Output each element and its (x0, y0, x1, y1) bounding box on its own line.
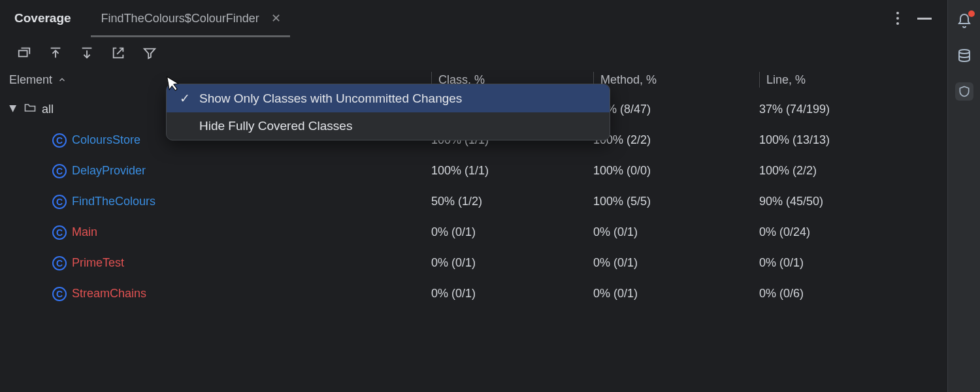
notifications-icon[interactable] (955, 12, 973, 30)
method-pct: 0% (0/1) (593, 256, 759, 270)
class-pct: 50% (1/2) (431, 195, 593, 208)
class-icon: C (52, 164, 67, 178)
svg-point-1 (959, 50, 970, 54)
sort-asc-icon (57, 75, 67, 84)
method-pct: 0% (0/1) (593, 287, 759, 301)
popup-show-uncommitted[interactable]: ✓ Show Only Classes with Uncommitted Cha… (167, 84, 610, 112)
root-line-pct: 37% (74/199) (759, 103, 947, 116)
line-pct: 0% (0/24) (759, 225, 947, 239)
database-icon[interactable] (955, 47, 973, 65)
filter-icon[interactable] (141, 44, 158, 61)
right-tool-rail (947, 0, 980, 392)
notification-badge (968, 10, 975, 17)
minimize-icon[interactable] (917, 18, 932, 20)
flatten-packages-icon[interactable] (16, 44, 33, 61)
root-method-pct: 17% (8/47) (593, 103, 759, 116)
open-external-icon[interactable] (110, 44, 127, 61)
tab-label: FindTheColours$ColourFinder (101, 12, 259, 25)
method-pct: 100% (2/2) (593, 133, 759, 147)
class-icon: C (52, 133, 67, 148)
class-pct: 100% (1/1) (431, 164, 593, 178)
table-row[interactable]: CPrimeTest0% (0/1)0% (0/1)0% (0/1) (0, 248, 947, 278)
line-pct: 0% (0/1) (759, 256, 947, 270)
class-name: FindTheColours (72, 195, 155, 208)
column-method[interactable]: Method, % (593, 72, 759, 88)
import-icon[interactable] (47, 44, 64, 61)
class-icon: C (52, 287, 67, 301)
line-pct: 90% (45/50) (759, 195, 947, 208)
root-name: all (42, 103, 54, 116)
table-row[interactable]: CDelayProvider100% (1/1)100% (0/0)100% (… (0, 155, 947, 186)
class-name: Main (72, 225, 97, 239)
class-pct: 0% (0/1) (431, 225, 593, 239)
method-pct: 100% (5/5) (593, 195, 759, 208)
class-name: ColoursStore (72, 133, 140, 147)
tab-bar: Coverage FindTheColours$ColourFinder ✕ (0, 0, 947, 37)
export-icon[interactable] (78, 44, 95, 61)
more-icon[interactable] (896, 12, 899, 25)
class-pct: 0% (0/1) (431, 256, 593, 270)
svg-rect-0 (19, 50, 27, 56)
shield-icon[interactable] (955, 82, 973, 101)
table-row[interactable]: CMain0% (0/1)0% (0/1)0% (0/24) (0, 217, 947, 248)
method-pct: 100% (0/0) (593, 164, 759, 178)
column-line[interactable]: Line, % (759, 72, 947, 88)
class-icon: C (52, 256, 67, 270)
line-pct: 100% (13/13) (759, 133, 947, 147)
toolbar (0, 37, 947, 68)
panel-title: Coverage (8, 11, 78, 25)
filter-popup: ✓ Show Only Classes with Uncommitted Cha… (166, 84, 610, 140)
class-pct: 0% (0/1) (431, 287, 593, 301)
class-icon: C (52, 195, 67, 209)
class-name: StreamChains (72, 287, 146, 301)
expand-chevron-icon[interactable]: ▶ (8, 105, 19, 114)
table-row[interactable]: CFindTheColours50% (1/2)100% (5/5)90% (4… (0, 186, 947, 217)
line-pct: 0% (0/6) (759, 287, 947, 301)
line-pct: 100% (2/2) (759, 164, 947, 178)
class-icon: C (52, 225, 67, 240)
class-name: DelayProvider (72, 164, 146, 178)
folder-icon (24, 101, 37, 118)
class-name: PrimeTest (72, 256, 124, 270)
coverage-tab[interactable]: FindTheColours$ColourFinder ✕ (91, 0, 290, 37)
popup-hide-covered[interactable]: Hide Fully Covered Classes (167, 112, 610, 140)
table-row[interactable]: CStreamChains0% (0/1)0% (0/1)0% (0/6) (0, 278, 947, 309)
close-icon[interactable]: ✕ (269, 11, 284, 25)
method-pct: 0% (0/1) (593, 225, 759, 239)
